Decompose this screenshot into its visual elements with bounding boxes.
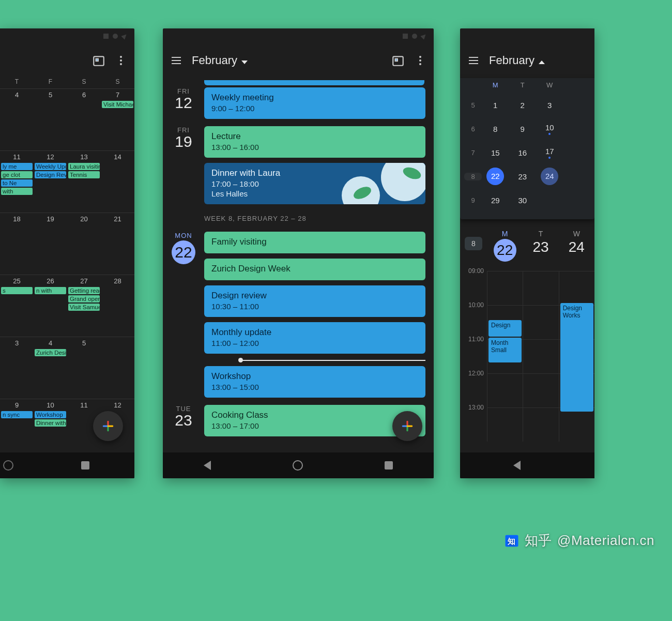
nav-back-icon[interactable] bbox=[513, 461, 521, 470]
mini-date[interactable]: 17 bbox=[536, 147, 563, 159]
event-block[interactable]: DesignWorks bbox=[560, 303, 593, 412]
event-card[interactable]: Workshop13:00 – 15:00 bbox=[204, 366, 425, 398]
day-header[interactable]: FRI12 bbox=[163, 87, 204, 119]
mini-date[interactable]: 8 bbox=[482, 125, 509, 133]
day-header[interactable]: MON22 bbox=[163, 232, 204, 398]
event-chip[interactable]: to Ne bbox=[1, 179, 33, 187]
event-chip[interactable]: Visit Samuel bbox=[68, 304, 100, 311]
event-card[interactable]: Weekly meeting9:00 – 12:00 bbox=[204, 87, 425, 119]
month-cell[interactable]: 12Weekly UpdDesign Revi bbox=[34, 150, 67, 213]
month-cell[interactable]: 11ly mege clotto Newith bbox=[0, 150, 34, 213]
mini-date[interactable]: 23 bbox=[509, 172, 537, 181]
day-column[interactable]: DesignMonthSmall bbox=[487, 271, 523, 442]
mini-date[interactable]: 15 bbox=[482, 148, 509, 157]
mini-date[interactable]: 1 bbox=[482, 101, 509, 110]
overflow-menu-icon[interactable] bbox=[115, 54, 127, 67]
month-cell[interactable]: 25s bbox=[0, 275, 34, 337]
month-cell[interactable]: 27Getting readGrand openiVisit Samuel bbox=[67, 275, 101, 337]
mini-date[interactable]: 16 bbox=[509, 148, 537, 157]
event-chip[interactable]: s bbox=[1, 287, 33, 294]
day-column-header[interactable]: W24 bbox=[559, 230, 594, 262]
event-block[interactable]: Design bbox=[488, 320, 522, 337]
event-chip[interactable]: Workshop bbox=[35, 411, 66, 418]
mini-date[interactable]: 10 bbox=[536, 123, 563, 135]
weekday-label: T bbox=[509, 81, 537, 89]
month-cell[interactable]: 9n sync bbox=[0, 399, 34, 461]
time-label: 12:00 bbox=[460, 370, 487, 404]
month-cell[interactable]: 14 bbox=[101, 150, 134, 213]
month-dropdown[interactable]: February bbox=[489, 54, 545, 67]
mini-month[interactable]: MTW5123689107151617822232492930 bbox=[460, 78, 594, 219]
nav-home-icon[interactable] bbox=[293, 460, 303, 471]
event-card[interactable]: Cooking Class13:00 – 17:00 bbox=[204, 405, 425, 436]
create-fab[interactable] bbox=[392, 411, 422, 441]
event-chip[interactable]: n sync bbox=[1, 411, 33, 418]
month-cell[interactable]: 10WorkshopDinner with bbox=[34, 399, 67, 461]
event-card[interactable]: Zurich Design Week bbox=[204, 259, 425, 280]
menu-icon[interactable] bbox=[170, 54, 182, 67]
date-number: 26 bbox=[35, 277, 66, 285]
mini-date[interactable]: 9 bbox=[509, 125, 537, 133]
mini-date[interactable]: 24 bbox=[536, 168, 563, 185]
event-chip[interactable]: Zurich Desig bbox=[35, 349, 66, 356]
event-chip[interactable]: Visit Michae bbox=[102, 101, 133, 108]
event-card[interactable]: Family visiting bbox=[204, 232, 425, 253]
month-cell[interactable]: 28 bbox=[101, 275, 134, 337]
event-chip[interactable]: Dinner with bbox=[35, 419, 66, 427]
today-icon[interactable] bbox=[391, 54, 405, 67]
event-chip[interactable]: n with bbox=[35, 287, 66, 294]
event-chip[interactable]: Weekly Upd bbox=[35, 163, 66, 170]
event-chip[interactable]: Getting read bbox=[68, 287, 100, 294]
event-block[interactable]: MonthSmall bbox=[488, 338, 522, 362]
month-cell[interactable]: 7Visit Michae bbox=[101, 88, 134, 150]
day-column[interactable]: DesignWorks bbox=[559, 271, 594, 442]
overflow-menu-icon[interactable] bbox=[414, 54, 426, 67]
mini-date[interactable]: 29 bbox=[482, 196, 509, 205]
mini-date[interactable]: 2 bbox=[509, 101, 537, 110]
month-cell[interactable]: 13Laura visitinTennis bbox=[67, 150, 101, 213]
month-cell[interactable]: 4Zurich Desig bbox=[34, 337, 67, 399]
day-column-header[interactable]: M22 bbox=[487, 230, 523, 262]
month-cell[interactable]: 5 bbox=[34, 88, 67, 150]
week-number: 8 bbox=[465, 237, 482, 250]
day-header[interactable]: FRI19 bbox=[163, 126, 204, 204]
mini-date[interactable]: 30 bbox=[509, 196, 537, 205]
month-cell[interactable]: 6 bbox=[67, 88, 101, 150]
event-chip[interactable]: Laura visitin bbox=[68, 163, 100, 170]
nav-recent-icon[interactable] bbox=[81, 461, 89, 469]
mini-date[interactable]: 22 bbox=[482, 168, 509, 185]
month-cell[interactable] bbox=[101, 337, 134, 399]
month-cell[interactable]: 4 bbox=[0, 88, 34, 150]
nav-assist-icon[interactable] bbox=[3, 460, 13, 471]
month-cell[interactable]: 18 bbox=[0, 213, 34, 275]
event-chip[interactable]: Tennis bbox=[68, 171, 100, 178]
phone-day-view: February MTW5123689107151617822232492930… bbox=[460, 28, 594, 478]
menu-icon[interactable] bbox=[467, 54, 480, 67]
day-header[interactable]: TUE23 bbox=[163, 405, 204, 436]
event-chip[interactable]: ge clot bbox=[1, 171, 33, 178]
mini-date[interactable]: 3 bbox=[536, 101, 563, 110]
event-card[interactable]: Lecture13:00 – 16:00 bbox=[204, 126, 425, 158]
event-chip[interactable]: with bbox=[1, 188, 33, 195]
month-cell[interactable]: 3 bbox=[0, 337, 34, 399]
weekday-label: T bbox=[0, 78, 34, 85]
month-cell[interactable]: 26n with bbox=[34, 275, 67, 337]
month-cell[interactable]: 5 bbox=[67, 337, 101, 399]
watermark: 知 知乎 @Materialcn.cn bbox=[504, 532, 654, 550]
month-cell[interactable]: 21 bbox=[101, 213, 134, 275]
nav-back-icon[interactable] bbox=[204, 461, 211, 470]
month-dropdown[interactable]: February bbox=[192, 54, 248, 67]
event-card[interactable]: Design review10:30 – 11:00 bbox=[204, 285, 425, 317]
event-chip[interactable]: ly me bbox=[1, 163, 33, 170]
nav-recent-icon[interactable] bbox=[385, 461, 393, 469]
day-column[interactable] bbox=[523, 271, 558, 442]
event-card[interactable]: Monthly update11:00 – 12:00 bbox=[204, 322, 425, 354]
event-chip[interactable]: Design Revi bbox=[35, 171, 66, 178]
event-card[interactable]: Dinner with Laura17:00 – 18:00Les Halles bbox=[204, 163, 425, 204]
month-cell[interactable]: 20 bbox=[67, 213, 101, 275]
create-fab[interactable] bbox=[93, 411, 123, 441]
event-chip[interactable]: Grand openi bbox=[68, 295, 100, 302]
day-column-header[interactable]: T23 bbox=[523, 230, 558, 262]
month-cell[interactable]: 19 bbox=[34, 213, 67, 275]
today-icon[interactable] bbox=[92, 54, 105, 67]
